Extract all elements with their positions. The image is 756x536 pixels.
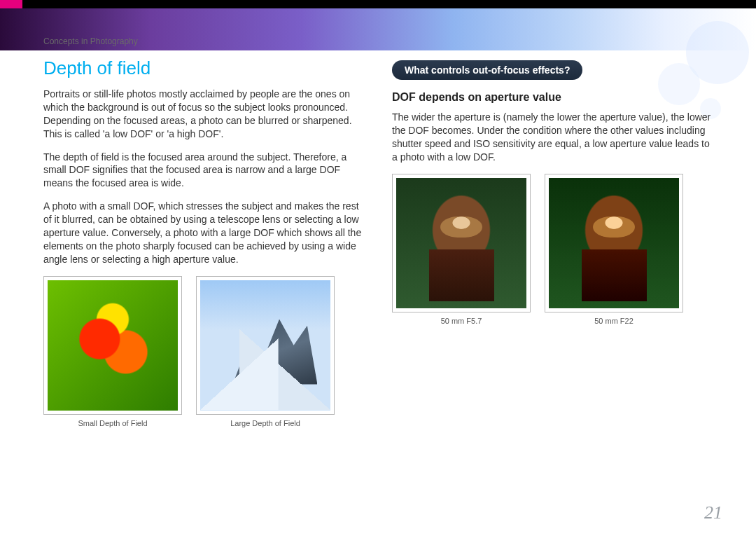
top-accent-bar (0, 0, 756, 8)
image-frame (545, 174, 683, 312)
left-column: Depth of field Portraits or still-life p… (43, 57, 364, 508)
paragraph: The wider the aperture is (namely the lo… (392, 111, 713, 164)
figure-large-dof: Large Depth of Field (196, 276, 335, 427)
figure-small-dof: Small Depth of Field (43, 276, 182, 427)
paragraph: A photo with a small DOF, which stresses… (43, 200, 364, 266)
caption: 50 mm F5.7 (392, 317, 531, 325)
example-image-grinder-blurred (396, 178, 526, 308)
caption: Large Depth of Field (196, 419, 335, 427)
paragraph: The depth of field is the focused area a… (43, 151, 364, 191)
image-frame (196, 276, 335, 415)
figure-f22: 50 mm F22 (545, 174, 683, 325)
page-title: Depth of field (43, 57, 364, 79)
image-frame (392, 174, 531, 312)
page-number: 21 (704, 502, 722, 523)
breadcrumb: Concepts in Photography (43, 36, 138, 46)
sub-heading: DOF depends on aperture value (392, 91, 713, 104)
example-image-grinder-sharp (549, 178, 679, 308)
caption: Small Depth of Field (43, 419, 182, 427)
content-area: Depth of field Portraits or still-life p… (43, 57, 713, 508)
image-row: 50 mm F5.7 50 mm F22 (392, 174, 713, 325)
image-row: Small Depth of Field Large Depth of Fiel… (43, 276, 364, 427)
section-pill: What controls out-of-focus effects? (392, 60, 582, 80)
caption: 50 mm F22 (545, 317, 683, 325)
example-image-tulip (48, 280, 178, 411)
paragraph: Portraits or still-life photos mostly ac… (43, 88, 364, 141)
image-frame (43, 276, 182, 415)
right-column: What controls out-of-focus effects? DOF … (392, 57, 713, 508)
figure-f5-7: 50 mm F5.7 (392, 174, 531, 325)
example-image-mountain (200, 280, 330, 411)
